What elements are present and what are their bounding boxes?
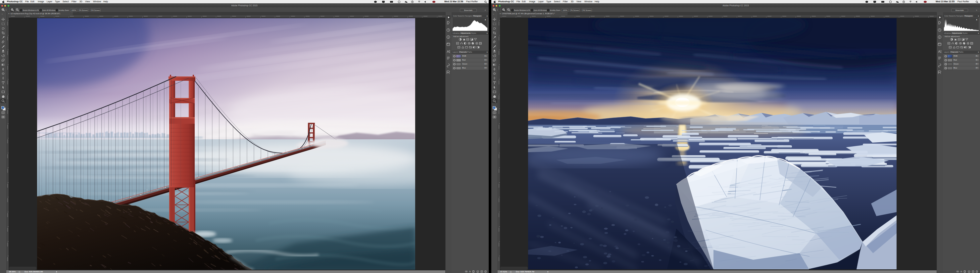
svg-text:fx: fx	[469, 270, 471, 273]
svg-text:fx: fx	[961, 270, 963, 273]
